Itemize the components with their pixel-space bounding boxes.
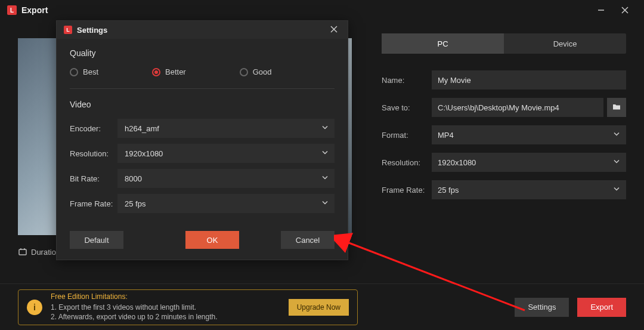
browse-folder-button[interactable]: [607, 98, 626, 117]
dialog-resolution-select[interactable]: 1920x1080: [117, 144, 335, 163]
settings-button[interactable]: Settings: [515, 298, 569, 317]
window-titlebar: L Export: [0, 0, 644, 20]
upgrade-button[interactable]: Upgrade Now: [289, 299, 349, 316]
close-button[interactable]: [613, 0, 637, 20]
footer: i Free Edition Limitations: 1. Export th…: [0, 283, 644, 330]
ok-button[interactable]: OK: [185, 231, 239, 249]
quality-radio-best[interactable]: Best: [70, 67, 98, 76]
app-icon: L: [64, 26, 72, 34]
app-icon: L: [7, 5, 17, 15]
export-target-tabs: PC Device: [382, 33, 626, 54]
dialog-resolution-label: Resolution:: [70, 149, 117, 158]
limitations-line2: 2. Afterwards, export video up to 2 minu…: [51, 312, 218, 322]
close-icon: [330, 26, 338, 35]
quality-radio-better[interactable]: Better: [152, 67, 186, 76]
name-input[interactable]: My Movie: [432, 70, 626, 90]
save-to-label: Save to:: [382, 103, 432, 112]
chevron-down-icon: [613, 131, 620, 140]
info-icon: i: [27, 300, 42, 315]
limitations-title: Free Edition Limitations:: [51, 292, 218, 302]
chevron-down-icon: [321, 149, 329, 158]
format-select[interactable]: MP4: [432, 125, 626, 144]
limitations-line1: 1. Export the first 3 videos without len…: [51, 303, 218, 313]
tab-device[interactable]: Device: [504, 33, 626, 54]
format-label: Format:: [382, 131, 432, 140]
resolution-select[interactable]: 1920x1080: [432, 153, 626, 172]
dialog-framerate-label: Frame Rate:: [70, 199, 117, 208]
minimize-button[interactable]: [589, 0, 613, 20]
quality-radio-good[interactable]: Good: [240, 67, 272, 76]
quality-section-title: Quality: [70, 48, 335, 58]
default-button[interactable]: Default: [70, 231, 123, 249]
settings-dialog: L Settings Quality Best Better Good Vide…: [56, 20, 348, 260]
folder-icon: [612, 102, 621, 113]
chevron-down-icon: [613, 158, 620, 167]
framerate-label: Frame Rate:: [382, 186, 432, 195]
encoder-select[interactable]: h264_amf: [117, 119, 335, 138]
name-label: Name:: [382, 76, 432, 85]
dialog-title: Settings: [77, 26, 107, 35]
framerate-select[interactable]: 25 fps: [432, 180, 626, 199]
dialog-close-button[interactable]: [327, 23, 340, 38]
tab-pc[interactable]: PC: [382, 33, 504, 54]
chevron-down-icon: [321, 174, 329, 183]
chevron-down-icon: [321, 199, 329, 208]
resolution-label: Resolution:: [382, 158, 432, 167]
chevron-down-icon: [613, 186, 620, 195]
save-to-input[interactable]: C:\Users\bj\Desktop\My Movie.mp4: [432, 98, 603, 117]
svg-rect-3: [19, 249, 26, 255]
encoder-label: Encoder:: [70, 124, 117, 133]
window-title: Export: [21, 5, 48, 15]
video-section-title: Video: [70, 100, 335, 109]
limitations-banner: i Free Edition Limitations: 1. Export th…: [18, 289, 358, 325]
chevron-down-icon: [321, 124, 329, 133]
bitrate-label: Bit Rate:: [70, 174, 117, 183]
cancel-button[interactable]: Cancel: [281, 231, 335, 249]
dialog-framerate-select[interactable]: 25 fps: [117, 194, 335, 213]
bitrate-select[interactable]: 8000: [117, 169, 335, 188]
export-button[interactable]: Export: [577, 298, 626, 317]
